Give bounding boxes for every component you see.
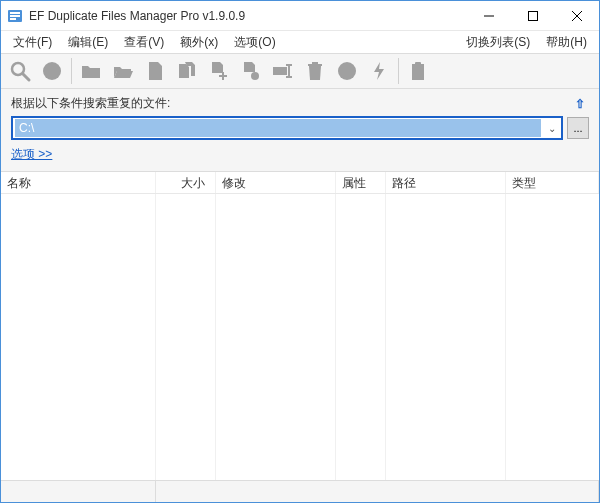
svg-rect-16	[286, 64, 292, 66]
maximize-button[interactable]	[511, 1, 555, 30]
svg-point-13	[251, 72, 259, 80]
column-name[interactable]: 名称	[1, 172, 156, 193]
bolt-icon[interactable]	[364, 56, 394, 86]
menu-options[interactable]: 选项(O)	[226, 32, 283, 53]
svg-rect-17	[286, 76, 292, 78]
window-title: EF Duplicate Files Manager Pro v1.9.0.9	[29, 9, 467, 23]
svg-rect-1	[10, 12, 20, 14]
browse-button[interactable]: ...	[567, 117, 589, 139]
menu-switch-list[interactable]: 切换列表(S)	[458, 32, 538, 53]
svg-rect-12	[219, 75, 227, 77]
path-input[interactable]	[15, 119, 541, 137]
column-modified[interactable]: 修改	[216, 172, 336, 193]
window-controls	[467, 1, 599, 30]
path-combobox[interactable]: ⌄	[11, 116, 563, 140]
app-icon	[7, 8, 23, 24]
column-attr[interactable]: 属性	[336, 172, 386, 193]
table-body	[1, 194, 599, 480]
file-icon[interactable]	[140, 56, 170, 86]
paste-icon[interactable]	[403, 56, 433, 86]
table-header: 名称 大小 修改 属性 路径 类型	[1, 172, 599, 194]
statusbar	[1, 480, 599, 502]
chevron-down-icon[interactable]: ⌄	[543, 123, 561, 134]
search-label: 根据以下条件搜索重复的文件:	[11, 95, 170, 112]
svg-rect-18	[308, 64, 322, 66]
menubar: 文件(F) 编辑(E) 查看(V) 额外(x) 选项(O) 切换列表(S) 帮助…	[1, 31, 599, 53]
menu-view[interactable]: 查看(V)	[116, 32, 172, 53]
circle2-icon[interactable]	[332, 56, 362, 86]
status-cell	[156, 481, 599, 502]
menu-edit[interactable]: 编辑(E)	[60, 32, 116, 53]
svg-point-20	[338, 62, 356, 80]
svg-rect-5	[529, 11, 538, 20]
menu-help[interactable]: 帮助(H)	[538, 32, 595, 53]
column-type[interactable]: 类型	[506, 172, 599, 193]
svg-rect-2	[10, 15, 20, 17]
svg-rect-19	[312, 62, 318, 64]
minimize-button[interactable]	[467, 1, 511, 30]
titlebar: EF Duplicate Files Manager Pro v1.9.0.9	[1, 1, 599, 31]
options-link[interactable]: 选项 >>	[11, 146, 52, 163]
close-button[interactable]	[555, 1, 599, 30]
column-size[interactable]: 大小	[156, 172, 216, 193]
toolbar	[1, 53, 599, 89]
menu-file[interactable]: 文件(F)	[5, 32, 60, 53]
svg-rect-22	[415, 62, 421, 66]
svg-rect-14	[273, 67, 287, 75]
toolbar-separator	[71, 58, 72, 84]
svg-rect-15	[288, 64, 290, 78]
add-file-icon[interactable]	[204, 56, 234, 86]
trash-icon[interactable]	[300, 56, 330, 86]
file-gear-icon[interactable]	[236, 56, 266, 86]
toolbar-separator	[398, 58, 399, 84]
svg-rect-21	[412, 64, 424, 80]
status-cell	[1, 481, 156, 502]
folder-open-icon[interactable]	[108, 56, 138, 86]
results-table: 名称 大小 修改 属性 路径 类型	[1, 172, 599, 480]
svg-rect-3	[10, 18, 16, 20]
search-panel: 根据以下条件搜索重复的文件: ⇧ ⌄ ... 选项 >>	[1, 89, 599, 172]
circle-icon[interactable]	[37, 56, 67, 86]
search-icon[interactable]	[5, 56, 35, 86]
svg-line-9	[23, 74, 29, 80]
folder-icon[interactable]	[76, 56, 106, 86]
collapse-arrow-icon[interactable]: ⇧	[571, 97, 589, 111]
svg-point-10	[43, 62, 61, 80]
files-icon[interactable]	[172, 56, 202, 86]
rename-icon[interactable]	[268, 56, 298, 86]
menu-extra[interactable]: 额外(x)	[172, 32, 226, 53]
main-window: EF Duplicate Files Manager Pro v1.9.0.9 …	[0, 0, 600, 503]
column-path[interactable]: 路径	[386, 172, 506, 193]
